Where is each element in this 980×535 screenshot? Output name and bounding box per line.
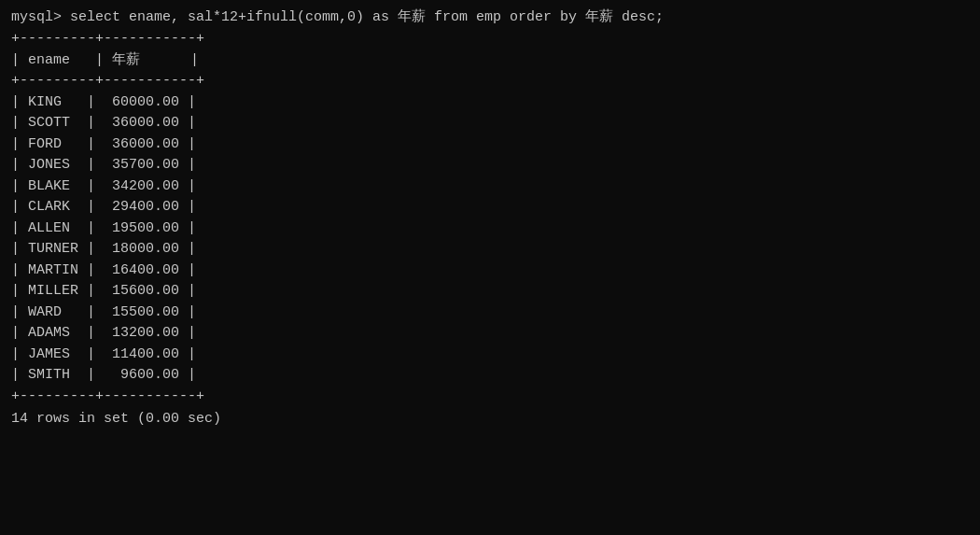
table-row: | ADAMS | 13200.00 | [11, 323, 969, 345]
table-body: | KING | 60000.00 || SCOTT | 36000.00 ||… [11, 92, 969, 387]
table-border-bottom: +---------+-----------+ [11, 387, 969, 408]
table-row: | MARTIN | 16400.00 | [11, 260, 969, 282]
result-summary: 14 rows in set (0.00 sec) [11, 411, 969, 427]
table-row: | FORD | 36000.00 | [11, 134, 969, 156]
table-row: | WARD | 15500.00 | [11, 303, 969, 324]
table-border-top: +---------+-----------+ [11, 29, 969, 50]
query-text: select ename, sal*12+ifnull(comm,0) as 年… [70, 9, 664, 25]
table-row: | BLAKE | 34200.00 | [11, 176, 969, 198]
prompt-label: mysql> [11, 9, 70, 25]
table-row: | SMITH | 9600.00 | [11, 365, 969, 387]
table-row: | CLARK | 29400.00 | [11, 197, 969, 218]
table-row: | TURNER | 18000.00 | [11, 239, 969, 260]
table-row: | KING | 60000.00 | [11, 92, 969, 114]
table-border-mid: +---------+-----------+ [11, 71, 969, 92]
table-header-row: | ename | 年薪 | [11, 50, 969, 72]
table-row: | JAMES | 11400.00 | [11, 345, 969, 366]
query-line: mysql> select ename, sal*12+ifnull(comm,… [11, 7, 969, 25]
terminal-window: mysql> select ename, sal*12+ifnull(comm,… [11, 7, 969, 427]
table-row: | ALLEN | 19500.00 | [11, 218, 969, 240]
table-row: | JONES | 35700.00 | [11, 155, 969, 176]
table-row: | SCOTT | 36000.00 | [11, 113, 969, 134]
table-row: | MILLER | 15600.00 | [11, 281, 969, 303]
